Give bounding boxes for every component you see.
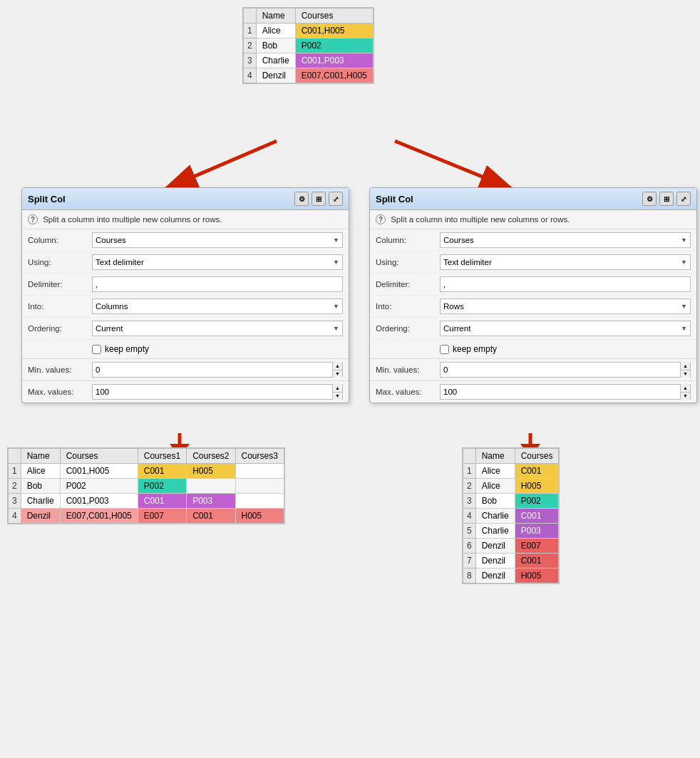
table-row: 1 Alice C001 (463, 464, 559, 479)
svg-line-2 (165, 141, 277, 189)
source-col-num (244, 9, 257, 24)
minvalues-spinbox-right[interactable]: 0 ▲ ▼ (440, 362, 691, 378)
maxvalues-up-left[interactable]: ▲ (333, 384, 342, 393)
maxvalues-down-right[interactable]: ▼ (681, 393, 690, 400)
dialog-left-into-row: Into: Columns ▼ (22, 296, 349, 318)
rl-num-col (9, 449, 21, 464)
c2-cell: C001 (187, 509, 235, 524)
table-row: 6 Denzil E007 (463, 539, 559, 554)
expand-icon-right[interactable]: ⤢ (676, 192, 691, 206)
help-icon-right[interactable]: ? (376, 214, 386, 224)
table-row: 2 Bob P002 (244, 38, 374, 53)
ordering-select-arrow-right: ▼ (681, 325, 687, 332)
delimiter-label-left: Delimiter: (28, 280, 92, 289)
table-row: 3 Charlie C001,P003 (244, 53, 374, 68)
minvalues-spinbox-left[interactable]: 0 ▲ ▼ (92, 362, 343, 378)
dialog-left-desc: ? Split a column into multiple new colum… (22, 210, 349, 229)
name-cell: Denzil (475, 539, 515, 554)
name-cell: Denzil (475, 568, 515, 583)
table-row: 3 Bob P002 (463, 494, 559, 509)
delimiter-input-left[interactable]: , (92, 276, 343, 292)
into-select-arrow-right: ▼ (681, 303, 687, 310)
help-icon-left[interactable]: ? (28, 214, 38, 224)
grid-icon-right[interactable]: ⊞ (659, 192, 674, 206)
settings-icon[interactable]: ⚙ (294, 192, 309, 206)
dialog-right-header-icons: ⚙ ⊞ ⤢ (642, 192, 691, 206)
c2-cell: H005 (187, 464, 235, 479)
c1-cell: E007 (138, 509, 186, 524)
courses-cell: H005 (515, 479, 559, 494)
dialog-left-minvalues-row: Min. values: 0 ▲ ▼ (22, 358, 349, 380)
c1-cell: P002 (138, 479, 186, 494)
dialog-right-title: Split Col (376, 194, 413, 204)
c2-cell: P003 (187, 494, 235, 509)
table-row: 4 Denzil E007,C001,H005 E007 C001 H005 (9, 509, 284, 524)
row-num: 7 (463, 554, 476, 568)
ordering-select-right[interactable]: Current ▼ (440, 321, 691, 336)
minvalues-down-right[interactable]: ▼ (681, 370, 690, 378)
rl-courses2-col: Courses2 (187, 449, 235, 464)
result-right-table: Name Courses 1 Alice C001 2 Alice H005 3… (463, 448, 559, 583)
svg-line-3 (395, 141, 512, 189)
into-select-right[interactable]: Rows ▼ (440, 298, 691, 314)
table-row: 1 Alice C001,H005 C001 H005 (9, 464, 284, 479)
using-select-right[interactable]: Text delimiter ▼ (440, 254, 691, 270)
courses-cell: C001,P003 (295, 53, 373, 68)
maxvalues-up-right[interactable]: ▲ (681, 384, 690, 393)
courses-cell: P003 (515, 524, 559, 539)
minvalues-up-left[interactable]: ▲ (333, 362, 342, 370)
into-select-left[interactable]: Columns ▼ (92, 298, 343, 314)
row-num: 6 (463, 539, 476, 554)
using-label-left: Using: (28, 258, 92, 266)
dialog-right-into-row: Into: Rows ▼ (370, 296, 696, 318)
table-row: 5 Charlie P003 (463, 524, 559, 539)
dialog-left-using-row: Using: Text delimiter ▼ (22, 251, 349, 274)
column-select-right[interactable]: Courses ▼ (440, 232, 691, 248)
minvalues-down-left[interactable]: ▼ (333, 370, 342, 378)
settings-icon-right[interactable]: ⚙ (642, 192, 657, 206)
row-num: 8 (463, 568, 476, 583)
dialog-right-ordering-row: Ordering: Current ▼ (370, 318, 696, 340)
dialog-left-header-icons: ⚙ ⊞ ⤢ (294, 192, 343, 206)
rr-num-col (463, 449, 476, 464)
keep-empty-checkbox-right[interactable] (440, 345, 449, 354)
using-select-left[interactable]: Text delimiter ▼ (92, 254, 343, 270)
dialog-left-maxvalues-row: Max. values: 100 ▲ ▼ (22, 380, 349, 403)
dialog-left: Split Col ⚙ ⊞ ⤢ ? Split a column into mu… (21, 187, 349, 403)
courses-cell: P002 (60, 479, 138, 494)
minvalues-up-right[interactable]: ▲ (681, 362, 690, 370)
column-select-left[interactable]: Courses ▼ (92, 232, 343, 248)
delimiter-input-right[interactable]: , (440, 276, 691, 292)
courses-cell: H005 (515, 568, 559, 583)
expand-icon[interactable]: ⤢ (329, 192, 343, 206)
dialog-right-minvalues-row: Min. values: 0 ▲ ▼ (370, 358, 696, 380)
table-row: 2 Alice H005 (463, 479, 559, 494)
dialog-right: Split Col ⚙ ⊞ ⤢ ? Split a column into mu… (369, 187, 697, 403)
rl-courses1-col: Courses1 (138, 449, 186, 464)
ordering-select-arrow-left: ▼ (333, 325, 339, 332)
column-select-arrow-right: ▼ (681, 237, 687, 244)
c1-cell: C001 (138, 494, 186, 509)
courses-cell: C001,H005 (295, 24, 373, 38)
table-row: 2 Bob P002 P002 (9, 479, 284, 494)
minvalues-label-left: Min. values: (28, 365, 92, 374)
grid-icon[interactable]: ⊞ (312, 192, 326, 206)
name-cell: Denzil (21, 509, 60, 524)
name-cell: Denzil (256, 68, 295, 83)
column-label-left: Column: (28, 236, 92, 244)
rl-courses-col: Courses (60, 449, 138, 464)
rl-courses3-col: Courses3 (235, 449, 284, 464)
ordering-select-left[interactable]: Current ▼ (92, 321, 343, 336)
maxvalues-down-left[interactable]: ▼ (333, 393, 342, 400)
keep-empty-checkbox-left[interactable] (92, 345, 101, 354)
row-num: 1 (9, 464, 21, 479)
maxvalues-spinbox-right[interactable]: 100 ▲ ▼ (440, 384, 691, 400)
result-right-container: Name Courses 1 Alice C001 2 Alice H005 3… (462, 447, 560, 584)
delimiter-label-right: Delimiter: (376, 280, 440, 289)
courses-cell: C001,H005 (60, 464, 138, 479)
ordering-label-left: Ordering: (28, 324, 92, 333)
dialog-right-maxvalues-row: Max. values: 100 ▲ ▼ (370, 380, 696, 403)
maxvalues-spinbox-left[interactable]: 100 ▲ ▼ (92, 384, 343, 400)
name-cell: Bob (475, 494, 515, 509)
name-cell: Alice (475, 464, 515, 479)
